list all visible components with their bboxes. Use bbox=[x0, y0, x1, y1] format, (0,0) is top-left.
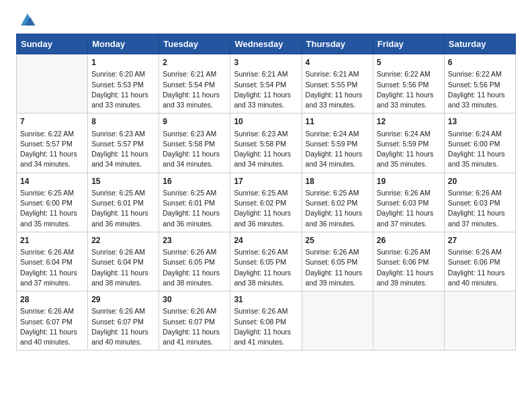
day-info: and 34 minutes. bbox=[163, 159, 226, 169]
calendar-cell: 26Sunrise: 6:26 AMSunset: 6:06 PMDayligh… bbox=[373, 232, 444, 291]
day-info: and 38 minutes. bbox=[91, 278, 155, 288]
day-info: and 37 minutes. bbox=[448, 219, 512, 229]
day-info: and 40 minutes. bbox=[448, 278, 512, 288]
logo bbox=[16, 12, 37, 28]
day-number: 30 bbox=[163, 294, 226, 306]
day-info: Sunset: 5:56 PM bbox=[448, 80, 512, 90]
day-info: and 38 minutes. bbox=[234, 278, 298, 288]
day-number: 7 bbox=[20, 116, 84, 128]
logo-icon bbox=[18, 9, 37, 28]
day-info: Sunset: 6:07 PM bbox=[163, 317, 226, 327]
day-info: Daylight: 11 hours bbox=[234, 90, 298, 100]
day-info: Daylight: 11 hours bbox=[91, 90, 155, 100]
calendar-cell: 30Sunrise: 6:26 AMSunset: 6:07 PMDayligh… bbox=[159, 291, 230, 351]
day-info: and 35 minutes. bbox=[377, 159, 441, 169]
day-info: Sunset: 5:55 PM bbox=[306, 80, 369, 90]
header-row: SundayMondayTuesdayWednesdayThursdayFrid… bbox=[17, 34, 516, 54]
day-info: Sunset: 5:59 PM bbox=[306, 139, 369, 149]
day-info: and 36 minutes. bbox=[234, 219, 298, 229]
calendar-body: 1Sunrise: 6:20 AMSunset: 5:53 PMDaylight… bbox=[17, 54, 516, 351]
calendar-cell: 17Sunrise: 6:25 AMSunset: 6:02 PMDayligh… bbox=[230, 173, 302, 232]
day-number: 2 bbox=[163, 57, 226, 68]
day-number: 28 bbox=[20, 294, 84, 306]
day-info: and 35 minutes. bbox=[20, 219, 84, 229]
calendar-cell bbox=[373, 291, 444, 351]
day-info: Daylight: 11 hours bbox=[91, 149, 155, 159]
day-info: and 37 minutes. bbox=[20, 278, 84, 288]
day-info: Sunset: 5:57 PM bbox=[20, 139, 84, 149]
day-info: and 34 minutes. bbox=[234, 159, 298, 169]
day-info: Daylight: 11 hours bbox=[448, 268, 512, 278]
day-info: Daylight: 11 hours bbox=[377, 149, 441, 159]
day-info: Daylight: 11 hours bbox=[377, 90, 441, 100]
calendar-cell: 3Sunrise: 6:21 AMSunset: 5:54 PMDaylight… bbox=[230, 54, 302, 113]
day-info: Daylight: 11 hours bbox=[163, 208, 226, 218]
day-number: 10 bbox=[234, 116, 298, 128]
day-info: and 34 minutes. bbox=[91, 159, 155, 169]
day-number: 1 bbox=[91, 57, 155, 68]
week-row-2: 7Sunrise: 6:22 AMSunset: 5:57 PMDaylight… bbox=[17, 113, 516, 173]
day-info: Daylight: 11 hours bbox=[234, 327, 298, 337]
calendar-table: SundayMondayTuesdayWednesdayThursdayFrid… bbox=[16, 34, 516, 351]
calendar-cell bbox=[302, 291, 373, 351]
day-info: Daylight: 11 hours bbox=[91, 268, 155, 278]
day-info: Sunrise: 6:26 AM bbox=[234, 247, 298, 257]
day-number: 3 bbox=[234, 57, 298, 68]
calendar-cell: 11Sunrise: 6:24 AMSunset: 5:59 PMDayligh… bbox=[302, 113, 373, 173]
day-info: Sunrise: 6:26 AM bbox=[91, 306, 155, 316]
calendar-cell: 1Sunrise: 6:20 AMSunset: 5:53 PMDaylight… bbox=[88, 54, 159, 113]
day-info: and 33 minutes. bbox=[448, 100, 512, 110]
day-info: Sunset: 6:07 PM bbox=[20, 317, 84, 327]
day-info: Sunset: 5:59 PM bbox=[377, 139, 441, 149]
day-number: 19 bbox=[377, 176, 441, 187]
day-number: 9 bbox=[163, 116, 226, 128]
calendar-header: SundayMondayTuesdayWednesdayThursdayFrid… bbox=[17, 34, 516, 54]
day-number: 16 bbox=[163, 176, 226, 187]
day-info: Sunset: 6:04 PM bbox=[20, 257, 84, 267]
day-info: Sunrise: 6:24 AM bbox=[448, 129, 512, 139]
day-info: and 33 minutes. bbox=[377, 100, 441, 110]
day-number: 5 bbox=[377, 57, 441, 68]
day-number: 22 bbox=[91, 235, 155, 246]
calendar-cell: 29Sunrise: 6:26 AMSunset: 6:07 PMDayligh… bbox=[88, 291, 159, 351]
day-info: Sunrise: 6:23 AM bbox=[234, 129, 298, 139]
day-info: Daylight: 11 hours bbox=[20, 327, 84, 337]
day-number: 31 bbox=[234, 294, 298, 306]
calendar-cell: 13Sunrise: 6:24 AMSunset: 6:00 PMDayligh… bbox=[444, 113, 515, 173]
day-info: Daylight: 11 hours bbox=[234, 208, 298, 218]
day-info: Sunrise: 6:23 AM bbox=[91, 129, 155, 139]
calendar-cell: 27Sunrise: 6:26 AMSunset: 6:06 PMDayligh… bbox=[444, 232, 515, 291]
calendar-cell: 25Sunrise: 6:26 AMSunset: 6:05 PMDayligh… bbox=[302, 232, 373, 291]
week-row-3: 14Sunrise: 6:25 AMSunset: 6:00 PMDayligh… bbox=[17, 173, 516, 232]
day-info: Daylight: 11 hours bbox=[448, 208, 512, 218]
page: SundayMondayTuesdayWednesdayThursdayFrid… bbox=[0, 0, 532, 411]
calendar-cell: 28Sunrise: 6:26 AMSunset: 6:07 PMDayligh… bbox=[17, 291, 88, 351]
day-info: Sunrise: 6:25 AM bbox=[91, 188, 155, 198]
day-number: 23 bbox=[163, 235, 226, 246]
day-info: and 36 minutes. bbox=[163, 219, 226, 229]
day-number: 24 bbox=[234, 235, 298, 246]
day-info: Sunset: 6:07 PM bbox=[91, 317, 155, 327]
day-number: 27 bbox=[448, 235, 512, 246]
col-header-friday: Friday bbox=[373, 34, 444, 54]
calendar-cell: 19Sunrise: 6:26 AMSunset: 6:03 PMDayligh… bbox=[373, 173, 444, 232]
day-info: Sunrise: 6:26 AM bbox=[448, 188, 512, 198]
day-info: and 33 minutes. bbox=[306, 100, 369, 110]
day-info: Sunrise: 6:21 AM bbox=[234, 69, 298, 79]
calendar-cell: 6Sunrise: 6:22 AMSunset: 5:56 PMDaylight… bbox=[444, 54, 515, 113]
day-info: Sunset: 6:01 PM bbox=[91, 198, 155, 208]
day-number: 6 bbox=[448, 57, 512, 68]
day-info: Daylight: 11 hours bbox=[20, 268, 84, 278]
day-info: Sunset: 5:54 PM bbox=[234, 80, 298, 90]
day-info: Sunrise: 6:21 AM bbox=[163, 69, 226, 79]
day-info: Sunset: 6:05 PM bbox=[306, 257, 369, 267]
day-info: Sunset: 5:57 PM bbox=[91, 139, 155, 149]
day-info: Sunrise: 6:26 AM bbox=[20, 247, 84, 257]
day-info: and 37 minutes. bbox=[377, 219, 441, 229]
day-info: Daylight: 11 hours bbox=[306, 149, 369, 159]
day-info: Sunrise: 6:26 AM bbox=[306, 247, 369, 257]
day-info: and 38 minutes. bbox=[163, 278, 226, 288]
calendar-cell: 23Sunrise: 6:26 AMSunset: 6:05 PMDayligh… bbox=[159, 232, 230, 291]
day-info: Sunrise: 6:22 AM bbox=[377, 69, 441, 79]
calendar-cell: 14Sunrise: 6:25 AMSunset: 6:00 PMDayligh… bbox=[17, 173, 88, 232]
